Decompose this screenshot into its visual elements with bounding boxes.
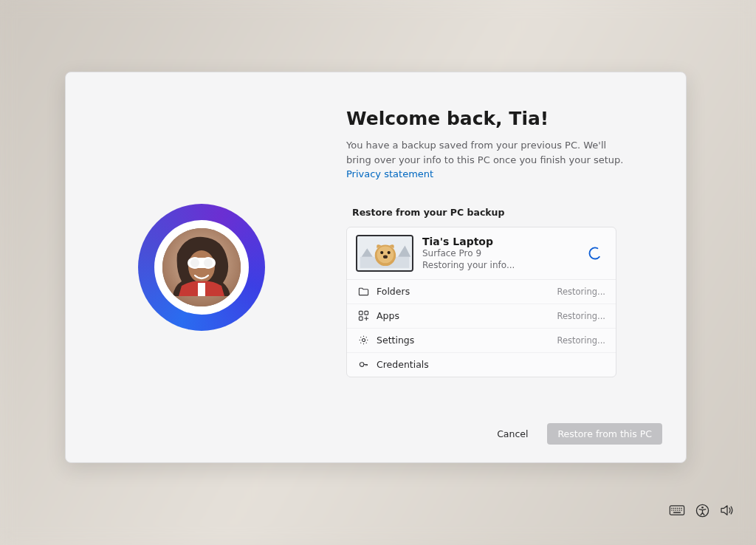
spinner-icon: [588, 246, 602, 261]
restore-item-status: Restoring...: [557, 335, 605, 346]
device-status: Restoring your info...: [422, 260, 579, 270]
svg-point-17: [362, 338, 365, 341]
svg-point-18: [360, 363, 364, 367]
svg-point-13: [588, 246, 602, 261]
cancel-button[interactable]: Cancel: [487, 423, 538, 445]
volume-icon[interactable]: [719, 502, 735, 518]
left-illustration-pane: [66, 72, 337, 462]
avatar-inner-ring: [154, 220, 249, 315]
restore-item-apps: Apps Restoring...: [347, 304, 616, 328]
page-title: Welcome back, Tia!: [346, 108, 659, 129]
svg-point-11: [388, 250, 391, 253]
dialog-footer: Cancel Restore from this PC: [337, 414, 662, 445]
device-model: Surface Pro 9: [422, 248, 579, 258]
svg-point-3: [190, 258, 200, 268]
restore-item-list: Folders Restoring... Apps: [347, 280, 616, 377]
svg-rect-14: [359, 311, 362, 315]
restore-item-label: Apps: [377, 310, 549, 321]
svg-point-10: [380, 250, 383, 253]
settings-icon: [357, 335, 369, 346]
restore-item-label: Settings: [377, 335, 549, 346]
apps-icon: [357, 310, 369, 322]
folder-icon: [357, 286, 369, 298]
device-thumbnail: [356, 235, 413, 272]
restore-item-status: Restoring...: [557, 311, 605, 321]
restore-item-label: Credentials: [377, 359, 598, 370]
system-tray: [669, 502, 735, 518]
accessibility-icon[interactable]: [694, 502, 710, 518]
restore-item-folders: Folders Restoring...: [347, 280, 616, 304]
svg-point-12: [383, 255, 388, 258]
oobe-dialog: Welcome back, Tia! You have a backup sav…: [65, 72, 687, 463]
svg-point-4: [203, 258, 213, 268]
device-info: Tia's Laptop Surface Pro 9 Restoring you…: [422, 236, 579, 270]
restore-item-credentials: Credentials: [347, 352, 616, 377]
right-content-pane: Welcome back, Tia! You have a backup sav…: [337, 72, 686, 462]
restore-item-label: Folders: [377, 286, 549, 297]
restore-from-pc-button[interactable]: Restore from this PC: [547, 423, 662, 445]
svg-point-21: [701, 506, 704, 508]
restore-item-settings: Settings Restoring...: [347, 328, 616, 352]
restore-item-status: Restoring...: [557, 287, 605, 297]
page-subtitle: You have a backup saved from your previo…: [346, 138, 627, 182]
key-icon: [357, 359, 369, 371]
device-name: Tia's Laptop: [422, 236, 579, 247]
svg-point-9: [377, 246, 394, 263]
subtitle-text: You have a backup saved from your previo…: [346, 140, 623, 165]
restore-section-label: Restore from your PC backup: [352, 207, 659, 218]
restore-card: Tia's Laptop Surface Pro 9 Restoring you…: [346, 227, 616, 377]
user-avatar: [162, 228, 241, 306]
privacy-statement-link[interactable]: Privacy statement: [346, 168, 433, 179]
keyboard-icon[interactable]: [669, 502, 685, 518]
svg-rect-5: [198, 283, 205, 296]
svg-rect-16: [359, 317, 362, 321]
svg-rect-15: [364, 311, 368, 315]
backup-device-row[interactable]: Tia's Laptop Surface Pro 9 Restoring you…: [347, 227, 616, 280]
avatar-ring: [138, 204, 265, 331]
